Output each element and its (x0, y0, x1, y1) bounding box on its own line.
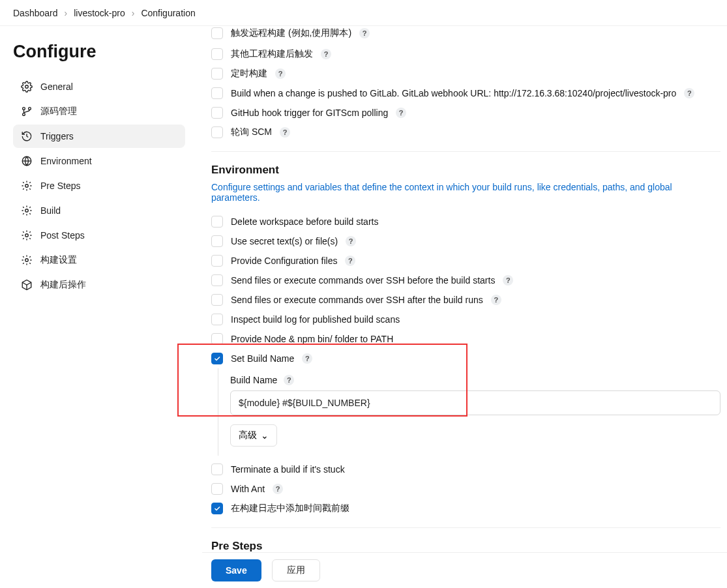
gear-icon (21, 229, 33, 241)
checkbox[interactable] (211, 333, 223, 345)
history-icon (21, 130, 33, 142)
checkbox-set-build-name[interactable] (211, 353, 223, 364)
checkbox[interactable] (211, 314, 223, 325)
env-label: Send files or execute commands over SSH … (231, 295, 483, 305)
gear-icon (21, 81, 33, 93)
svg-point-2 (23, 113, 25, 116)
section-title-pre-steps: Pre Steps (211, 540, 720, 553)
chevron-right-icon: › (132, 8, 135, 18)
branch-icon (21, 106, 33, 117)
trigger-label: Build when a change is pushed to GitLab.… (231, 88, 676, 98)
env-label: Provide Node & npm bin/ folder to PATH (231, 334, 393, 344)
trigger-label: 其他工程构建后触发 (231, 48, 313, 60)
checkbox[interactable] (211, 107, 223, 119)
checkbox[interactable] (211, 463, 223, 475)
svg-point-7 (25, 234, 29, 237)
sidebar-item-label: 源码管理 (40, 106, 77, 117)
footer-bar: Save 应用 (202, 552, 727, 588)
svg-point-1 (23, 108, 25, 110)
env-label: Send files or execute commands over SSH … (231, 275, 495, 286)
checkbox-timestamp[interactable] (211, 503, 223, 514)
sidebar-item-build[interactable]: Build (13, 199, 185, 222)
help-icon[interactable]: ? (684, 88, 694, 98)
sidebar-item-environment[interactable]: Environment (13, 149, 185, 173)
page-title: Configure (13, 42, 185, 62)
checkbox[interactable] (211, 255, 223, 267)
help-icon[interactable]: ? (280, 127, 290, 138)
checkbox[interactable] (211, 126, 223, 138)
build-name-label: Build Name (230, 375, 277, 385)
svg-point-6 (25, 209, 29, 213)
env-label: Inspect build log for published build sc… (231, 314, 400, 325)
trigger-label: 触发远程构建 (例如,使用脚本) (231, 27, 351, 39)
help-icon[interactable]: ? (321, 49, 331, 59)
help-icon[interactable]: ? (345, 256, 355, 266)
gear-icon (21, 254, 33, 266)
sidebar-item-pre-steps[interactable]: Pre Steps (13, 174, 185, 198)
help-icon[interactable]: ? (503, 275, 513, 286)
chevron-down-icon: ⌄ (261, 430, 269, 441)
sidebar-item-label: Build (40, 205, 61, 216)
breadcrumb-project[interactable]: livestock-pro (74, 8, 125, 18)
checkbox[interactable] (211, 274, 223, 286)
globe-icon (21, 155, 33, 167)
sidebar-item-scm[interactable]: 源码管理 (13, 100, 185, 123)
help-icon[interactable]: ? (275, 68, 286, 79)
trigger-label: 轮询 SCM (231, 126, 272, 138)
help-icon[interactable]: ? (359, 28, 370, 38)
package-icon (21, 279, 33, 291)
svg-point-0 (25, 85, 29, 89)
env-label: Delete workspace before build starts (231, 216, 378, 227)
sidebar-item-triggers[interactable]: Triggers (13, 125, 185, 148)
section-desc-environment[interactable]: Configure settings and variables that de… (211, 182, 720, 203)
env-label: With Ant (231, 484, 265, 494)
svg-point-8 (25, 259, 29, 262)
help-icon[interactable]: ? (396, 108, 406, 118)
env-label: Use secret text(s) or file(s) (231, 236, 338, 246)
advanced-button[interactable]: 高级 ⌄ (230, 424, 277, 447)
sidebar-item-build-settings[interactable]: 构建设置 (13, 248, 185, 272)
help-icon[interactable]: ? (346, 236, 356, 246)
svg-point-3 (29, 108, 31, 110)
help-icon[interactable]: ? (491, 295, 501, 305)
help-icon[interactable]: ? (284, 375, 294, 385)
sidebar-item-label: General (40, 81, 73, 92)
env-label: 在构建日志中添加时间戳前缀 (231, 503, 349, 514)
env-label: Provide Configuration files (231, 256, 337, 266)
checkbox[interactable] (211, 294, 223, 306)
sidebar-item-label: 构建后操作 (40, 279, 86, 291)
save-button[interactable]: Save (211, 559, 261, 581)
svg-point-5 (25, 184, 29, 188)
sidebar-item-post-steps[interactable]: Post Steps (13, 224, 185, 247)
gear-icon (21, 205, 33, 216)
sidebar-item-label: Triggers (40, 131, 74, 141)
checkbox[interactable] (211, 68, 223, 80)
checkbox[interactable] (211, 235, 223, 247)
sidebar-item-label: Environment (40, 156, 92, 166)
sidebar-item-post-build[interactable]: 构建后操作 (13, 273, 185, 297)
help-icon[interactable]: ? (273, 484, 283, 494)
help-icon[interactable]: ? (302, 353, 312, 364)
breadcrumb-configuration[interactable]: Configuration (141, 8, 195, 18)
checkbox[interactable] (211, 216, 223, 228)
sidebar-item-label: Pre Steps (40, 181, 80, 191)
sidebar-item-label: 构建设置 (40, 254, 77, 266)
breadcrumb: Dashboard › livestock-pro › Configuratio… (0, 0, 727, 26)
chevron-right-icon: › (65, 8, 68, 18)
breadcrumb-dashboard[interactable]: Dashboard (13, 8, 58, 18)
checkbox[interactable] (211, 27, 223, 39)
checkbox[interactable] (211, 483, 223, 495)
sidebar: Configure General 源码管理 Triggers (0, 26, 196, 314)
apply-button[interactable]: 应用 (272, 559, 320, 581)
checkbox[interactable] (211, 87, 223, 99)
sidebar-item-general[interactable]: General (13, 75, 185, 98)
trigger-label: GitHub hook trigger for GITScm polling (231, 108, 388, 118)
build-name-input[interactable] (230, 390, 720, 415)
section-title-environment: Environment (211, 164, 720, 177)
checkbox[interactable] (211, 48, 223, 60)
env-label: Set Build Name (231, 353, 294, 364)
gear-icon (21, 180, 33, 192)
trigger-label: 定时构建 (231, 68, 267, 80)
env-label: Terminate a build if it's stuck (231, 464, 345, 475)
sidebar-item-label: Post Steps (40, 230, 85, 241)
